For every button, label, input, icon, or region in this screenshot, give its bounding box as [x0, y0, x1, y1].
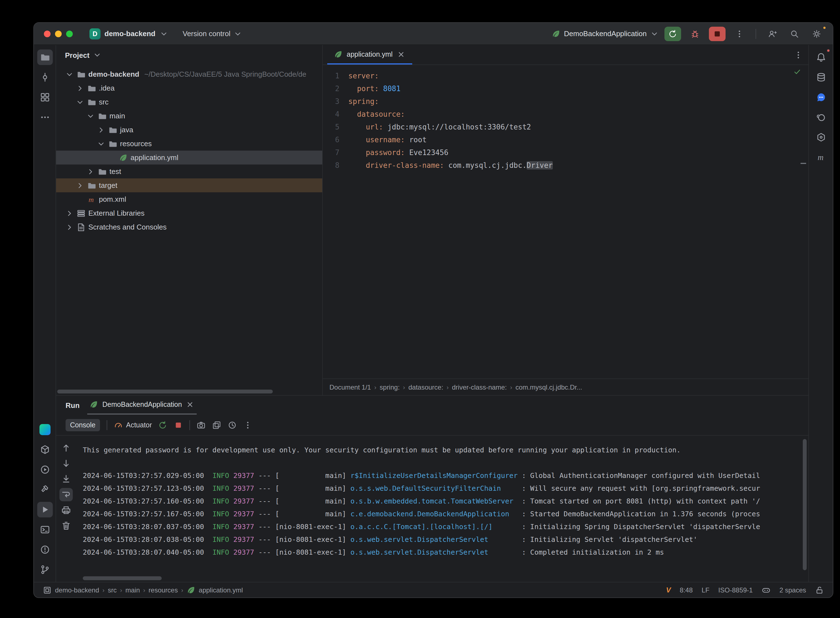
spring-config-file-icon: [334, 50, 343, 59]
console-vertical-scrollbar[interactable]: [803, 439, 807, 570]
status-breadcrumb-item[interactable]: application.yml: [199, 586, 243, 594]
chevron-right-icon[interactable]: [76, 84, 85, 92]
terminal-toolwindow-icon[interactable]: [37, 522, 52, 538]
breadcrumb[interactable]: spring:: [380, 383, 400, 391]
code-editor[interactable]: 1server: 2 port: 8081 3spring: 4 datasou…: [323, 65, 808, 379]
tree-item-external-libraries[interactable]: External Libraries: [56, 206, 322, 220]
indent-setting[interactable]: 2 spaces: [779, 586, 806, 594]
thread-dump-icon[interactable]: [197, 420, 206, 429]
lock-icon[interactable]: [815, 585, 824, 594]
ideavim-icon[interactable]: V: [666, 586, 671, 594]
line-separator[interactable]: LF: [702, 586, 709, 594]
run-configuration-selector[interactable]: DemoBackendApplication: [552, 29, 659, 38]
soft-wrap-icon[interactable]: [59, 488, 73, 501]
rerun-application-button[interactable]: [665, 27, 681, 41]
history-icon[interactable]: [228, 420, 237, 429]
print-console-icon[interactable]: [59, 504, 73, 517]
project-toolwindow-icon[interactable]: [37, 49, 52, 65]
tree-item-application-yml[interactable]: application.yml: [56, 151, 322, 165]
close-window-button[interactable]: [44, 30, 50, 37]
version-control-widget[interactable]: Version control: [183, 29, 242, 38]
tree-item-scratches-and-consoles[interactable]: Scratches and Consoles: [56, 220, 322, 234]
tree-item-java[interactable]: java: [56, 123, 322, 137]
notifications-icon[interactable]: [813, 49, 829, 65]
actuator-tab[interactable]: Actuator: [114, 420, 152, 429]
stop-button[interactable]: [709, 27, 726, 41]
stop-icon[interactable]: [174, 420, 183, 429]
scroll-up-icon[interactable]: [59, 441, 73, 455]
console-options-icon[interactable]: [243, 420, 252, 429]
cursor-position[interactable]: 8:48: [680, 586, 693, 594]
status-breadcrumb-item[interactable]: demo-backend: [55, 586, 99, 594]
gradle-toolwindow-icon[interactable]: [813, 110, 829, 125]
commit-toolwindow-icon[interactable]: [37, 70, 52, 85]
scroll-to-end-icon[interactable]: [59, 472, 73, 486]
inspections-passed-icon[interactable]: [793, 67, 802, 76]
structure-toolwindow-icon[interactable]: [37, 89, 52, 105]
status-breadcrumbs[interactable]: demo-backend›src›main›resources›applicat…: [55, 585, 243, 594]
project-widget[interactable]: D demo-backend: [89, 28, 168, 39]
minimize-window-button[interactable]: [55, 30, 62, 37]
breadcrumb[interactable]: datasource:: [408, 383, 443, 391]
breadcrumb[interactable]: com.mysql.cj.jdbc.Dr...: [515, 383, 582, 391]
zoom-window-button[interactable]: [66, 30, 73, 37]
editor-options-icon[interactable]: [794, 50, 803, 59]
status-breadcrumb-item[interactable]: src: [108, 586, 117, 594]
scroll-down-icon[interactable]: [59, 457, 73, 470]
breadcrumb[interactable]: Document 1/1: [329, 383, 371, 391]
more-toolwindows-icon[interactable]: [37, 110, 52, 125]
copilot-status-icon[interactable]: [762, 585, 770, 594]
code-with-me-button[interactable]: [764, 27, 781, 41]
chevron-down-icon[interactable]: [96, 139, 105, 148]
database-toolwindow-icon[interactable]: [813, 70, 829, 85]
chevron-down-icon[interactable]: [76, 98, 85, 106]
breadcrumb[interactable]: driver-class-name:: [452, 383, 507, 391]
file-encoding[interactable]: ISO-8859-1: [718, 586, 753, 594]
run-toolwindow-icon[interactable]: [37, 502, 52, 517]
chevron-right-icon[interactable]: [76, 181, 85, 190]
project-horizontal-scrollbar[interactable]: [57, 389, 273, 394]
debug-button[interactable]: [687, 27, 703, 41]
restore-layout-icon[interactable]: [212, 420, 221, 429]
more-run-actions-button[interactable]: [731, 27, 748, 41]
chevron-down-icon[interactable]: [86, 111, 95, 120]
git-toolwindow-icon[interactable]: [37, 562, 52, 578]
chevron-right-icon[interactable]: [96, 125, 105, 134]
tree-item-idea[interactable]: .idea: [56, 81, 322, 95]
search-everywhere-button[interactable]: [786, 27, 803, 41]
console-tab[interactable]: Console: [65, 419, 100, 431]
console-log-line: 2024-06-15T03:27:57.123-05:00 INFO 29377…: [83, 482, 808, 495]
services-toolwindow-icon[interactable]: [37, 462, 52, 477]
maven-toolwindow-icon[interactable]: m: [813, 150, 829, 165]
gauge-icon: [114, 420, 123, 429]
project-panel-header[interactable]: Project: [56, 45, 322, 65]
status-breadcrumb-item[interactable]: main: [125, 586, 140, 594]
build-toolwindow-icon[interactable]: [37, 482, 52, 498]
tree-item-demo-backend[interactable]: demo-backend ~/Desktop/CS/JavaEE/5 Java …: [56, 67, 322, 81]
endpoints-toolwindow-icon[interactable]: [813, 129, 829, 145]
chevron-right-icon[interactable]: [65, 209, 74, 218]
plugin-gradient-icon[interactable]: [37, 422, 52, 437]
editor-tab-application-yml[interactable]: application.yml: [327, 45, 412, 64]
tree-item-main[interactable]: main: [56, 109, 322, 123]
status-breadcrumb-item[interactable]: resources: [148, 586, 178, 594]
chevron-right-icon[interactable]: [65, 223, 74, 232]
tree-item-src[interactable]: src: [56, 95, 322, 109]
settings-button[interactable]: [808, 27, 825, 41]
run-tab-demobackendapplication[interactable]: DemoBackendApplication: [88, 396, 197, 414]
chevron-right-icon[interactable]: [86, 167, 95, 176]
tree-item-test[interactable]: test: [56, 165, 322, 178]
close-tab-icon[interactable]: [186, 400, 195, 409]
dependencies-toolwindow-icon[interactable]: [37, 442, 52, 458]
chevron-down-icon[interactable]: [65, 70, 74, 79]
console-log[interactable]: This generated password is for developme…: [76, 436, 808, 582]
tree-item-target[interactable]: target: [56, 178, 322, 192]
tree-item-pom-xml[interactable]: m pom.xml: [56, 192, 322, 206]
rerun-icon[interactable]: [159, 420, 168, 429]
console-horizontal-scrollbar[interactable]: [83, 576, 162, 580]
ai-assistant-icon[interactable]: [813, 89, 829, 105]
problems-toolwindow-icon[interactable]: [37, 542, 52, 557]
close-tab-icon[interactable]: [396, 50, 405, 59]
clear-console-icon[interactable]: [59, 519, 73, 532]
tree-item-resources[interactable]: resources: [56, 137, 322, 151]
